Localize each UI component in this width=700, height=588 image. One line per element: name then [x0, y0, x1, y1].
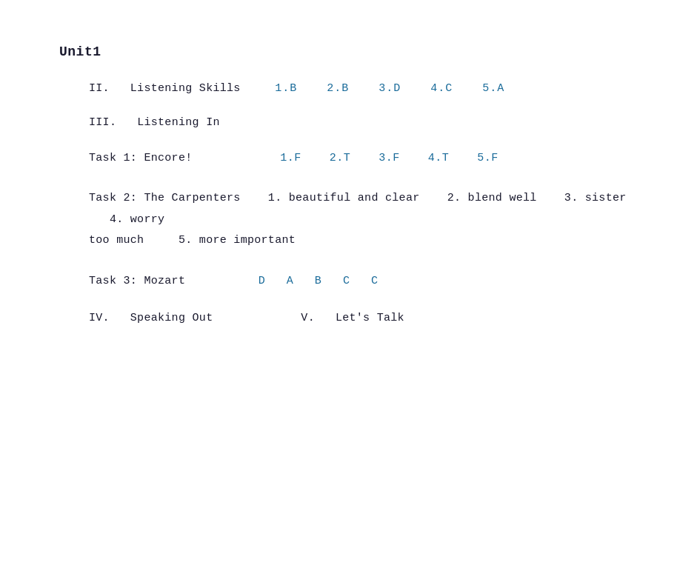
task1-answers: 1.F 2.T 3.F 4.T 5.F: [280, 152, 499, 164]
task2-item4: 4. worry: [110, 213, 164, 226]
section4-5: IV. Speaking Out V. Let's Talk: [89, 311, 641, 324]
task1-block: Task 1: Encore! 1.F 2.T 3.F 4.T 5.F: [89, 150, 641, 167]
section2-label: II. Listening Skills 1.B 2.B 3.D 4.C 5.A: [89, 82, 504, 95]
section4-name: Speaking Out: [130, 312, 213, 324]
task3-answers: D A B C C: [259, 275, 379, 287]
section-listening-in: III. Listening In: [89, 116, 641, 129]
section4-roman: IV.: [89, 312, 110, 324]
section2-name: Listening Skills: [130, 82, 241, 95]
section4-label: IV. Speaking Out: [89, 312, 220, 324]
task2-block: Task 2: The Carpenters 1. beautiful and …: [89, 188, 641, 252]
task3-block: Task 3: Mozart D A B C C: [89, 273, 641, 290]
task2-label: Task 2: The Carpenters: [89, 192, 241, 204]
section5-label: V. Let's Talk: [301, 312, 404, 324]
task3-label: Task 3: Mozart: [89, 275, 185, 287]
task2-item3: 3. sister: [564, 192, 627, 204]
task1-label: Task 1: Encore!: [89, 152, 193, 164]
section2-roman: II.: [89, 82, 110, 95]
task2-item5: 5. more important: [179, 234, 296, 247]
section5-name: Let's Talk: [336, 312, 404, 324]
section5-roman: V.: [301, 312, 315, 324]
task2-item2: 2. blend well: [447, 192, 537, 204]
unit-title: Unit1: [59, 44, 641, 59]
task2-item4-cont: too much: [89, 234, 144, 247]
section3-label: III. Listening In: [89, 116, 220, 129]
task3-line: Task 3: Mozart D A B C C: [89, 275, 378, 287]
section3-roman: III.: [89, 116, 116, 129]
section3-name: Listening In: [137, 116, 220, 129]
task1-line: Task 1: Encore! 1.F 2.T 3.F 4.T 5.F: [89, 152, 499, 164]
section2-answers: 1.B 2.B 3.D 4.C 5.A: [275, 82, 504, 95]
task2-item1: 1. beautiful and clear: [268, 192, 420, 204]
section-listening-skills: II. Listening Skills 1.B 2.B 3.D 4.C 5.A: [89, 81, 641, 95]
